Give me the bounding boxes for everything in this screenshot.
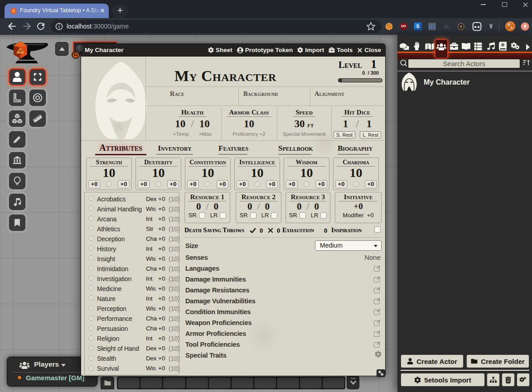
svg-text:S: S bbox=[416, 24, 419, 29]
svg-text:UO: UO bbox=[401, 24, 406, 28]
svg-text:20: 20 bbox=[19, 49, 22, 53]
svg-text:D: D bbox=[444, 23, 449, 30]
